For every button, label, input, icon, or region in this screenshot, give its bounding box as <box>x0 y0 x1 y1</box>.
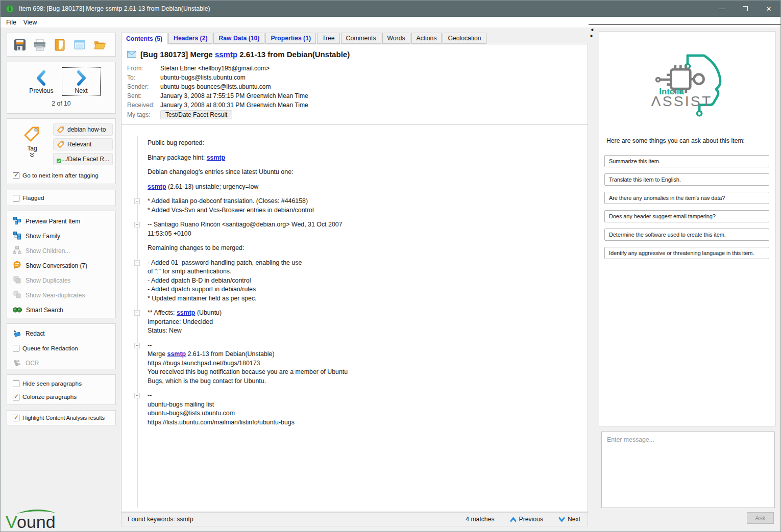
collapse-paragraph-icon[interactable] <box>134 343 140 348</box>
tab-contents-5[interactable]: Contents (5) <box>121 33 167 44</box>
tab-words[interactable]: Words <box>382 33 410 44</box>
titlebar: Item 698: [Bug 180173] Merge ssmtp 2.61-… <box>1 1 780 17</box>
suggestion-button[interactable]: Are there any anomalies in the item's ra… <box>604 192 769 204</box>
tab-actions[interactable]: Actions <box>411 33 442 44</box>
maximize-button[interactable] <box>734 1 757 17</box>
suggestion-button[interactable]: Translate this item to English. <box>604 173 769 186</box>
tab-properties-1[interactable]: Properties (1) <box>265 33 316 44</box>
message-input[interactable] <box>601 432 775 508</box>
suggestion-button[interactable]: Identify any aggressive or threatening l… <box>604 247 769 259</box>
expand-right-icon[interactable]: ► <box>590 33 594 38</box>
window-button[interactable] <box>72 38 87 52</box>
body-text-segment: * Added Vcs-Svn and Vcs-Broswer entries … <box>148 207 314 214</box>
subject-link[interactable]: ssmtp <box>215 50 237 59</box>
checkbox <box>13 381 19 387</box>
suggestion-button[interactable]: Determine the software used to create th… <box>604 229 769 241</box>
close-icon: ✕ <box>766 6 772 12</box>
go-to-next-after-tagging-checkbox[interactable]: Go to next item after tagging <box>13 172 99 179</box>
flagged-checkbox[interactable]: Flagged <box>13 194 44 201</box>
tab-geolocation[interactable]: Geolocation <box>443 33 486 44</box>
redact-label: Redact <box>26 330 45 337</box>
paragraph-line: * Added Italian po-debconf translation. … <box>148 197 577 206</box>
preview-parent-item-button[interactable]: Preview Parent Item <box>7 214 115 229</box>
save-button[interactable] <box>13 38 27 52</box>
email-field-row: Sender:ubuntu-bugs-bounces@lists.ubuntu.… <box>127 82 588 91</box>
body-link[interactable]: ssmtp <box>148 183 166 190</box>
body-link[interactable]: ssmtp <box>177 309 196 316</box>
body-text-segment: Status: New <box>148 327 182 334</box>
minimize-icon <box>719 9 725 9</box>
intella-assist-logo: Intella ΛSSIST <box>629 46 746 122</box>
show-conversation-7-button[interactable]: Show Conversation (7) <box>7 258 115 273</box>
field-label: Received: <box>127 102 160 109</box>
ask-button[interactable]: Ask <box>747 512 774 524</box>
close-button[interactable]: ✕ <box>757 1 780 17</box>
tag-chip-label: .../Date Facet R... <box>61 156 109 163</box>
tag-button[interactable]: Tag <box>15 124 49 158</box>
suggestion-button[interactable]: Summarize this item. <box>604 155 769 167</box>
colorize-paragraphs-checkbox[interactable]: Colorize paragraphs <box>7 390 115 403</box>
assist-suggestions: Summarize this item.Translate this item … <box>604 155 769 265</box>
previous-match-button[interactable]: Previous <box>510 516 543 523</box>
body-text-segment: * Updated maintainer field as per spec. <box>148 295 257 302</box>
redact-button[interactable]: Redact <box>7 326 115 341</box>
collapse-paragraph-icon[interactable] <box>134 310 140 316</box>
tag-panel: Tag debian how-toRelevant.../Date Facet … <box>7 118 116 184</box>
export-document-button[interactable] <box>53 38 67 52</box>
tab-comments[interactable]: Comments <box>341 33 381 44</box>
tag-chip-label: Relevant <box>67 141 91 148</box>
collapse-paragraph-icon[interactable] <box>134 222 140 227</box>
field-value: January 3, 2008 at 8:00:31 PM Greenwich … <box>160 102 308 109</box>
show-family-button[interactable]: Show Family <box>7 229 115 243</box>
smart-search-button[interactable]: Smart Search <box>7 302 115 317</box>
open-folder-button[interactable] <box>92 38 107 52</box>
collapse-paragraph-icon[interactable] <box>134 260 140 266</box>
menu-file[interactable]: File <box>3 18 20 27</box>
body-text-segment: -- <box>148 342 152 349</box>
body-link[interactable]: ssmtp <box>207 154 226 161</box>
body-text-segment: Importance: Undecided <box>148 318 213 325</box>
chevron-up-icon <box>510 516 517 523</box>
collapse-paragraph-icon[interactable] <box>134 198 140 204</box>
body-text-segment: Debian changelog's entries since latest … <box>148 168 293 175</box>
item-actions-panel: Preview Parent ItemShow FamilyShow Child… <box>7 211 116 318</box>
collapse-paragraph-icon[interactable] <box>134 393 140 398</box>
maximize-icon <box>743 6 748 11</box>
ocr-label: OCR <box>26 360 39 367</box>
previous-item-button[interactable]: Previous <box>22 68 60 95</box>
next-item-button[interactable]: Next <box>62 68 100 95</box>
my-tags-label: My tags: <box>127 111 160 118</box>
next-match-button[interactable]: Next <box>558 516 580 523</box>
tab-headers-2[interactable]: Headers (2) <box>168 33 212 44</box>
tag-chip-button[interactable]: debian how-to <box>53 123 113 136</box>
children-icon <box>13 246 21 256</box>
body-text-segment: ** Affects: <box>148 309 177 316</box>
suggestion-button[interactable]: Does any header suggest email tampering? <box>604 210 769 222</box>
paragraph-line: Merge ssmtp 2.61-13 from Debian(Unstable… <box>148 350 577 359</box>
panel-divider <box>589 24 781 25</box>
body-text-segment: 2.61-13 from Debian(Unstable) <box>186 350 275 358</box>
paragraph-line: - Added dpatch support in debian/rules <box>148 285 577 294</box>
collapse-left-icon[interactable]: ◄ <box>590 27 594 32</box>
email-header-fields: From:Stefan Ebner <hellboy195@gmail.com>… <box>127 64 588 110</box>
tag-chip-button[interactable]: .../Date Facet R... <box>53 153 113 165</box>
window-title: Item 698: [Bug 180173] Merge ssmtp 2.61-… <box>19 5 210 12</box>
paragraph-line: Debian changelog's entries since latest … <box>148 168 577 177</box>
hide-seen-paragraphs-checkbox[interactable]: Hide seen paragraphs <box>7 377 115 390</box>
tag-chip-button[interactable]: Relevant <box>53 138 113 150</box>
highlight-content-analysis-checkbox[interactable]: Highlight Content Analysis results <box>13 415 105 421</box>
menu-view[interactable]: View <box>20 18 40 27</box>
panel-splitter[interactable]: ◄ ► <box>590 27 594 38</box>
print-button[interactable] <box>33 38 47 52</box>
queue-for-redaction-checkbox[interactable]: Queue for Redaction <box>7 341 115 356</box>
tab-tree[interactable]: Tree <box>317 33 340 44</box>
body-link[interactable]: ssmtp <box>167 350 186 358</box>
paragraph-line: You received this bug notification becau… <box>148 368 577 377</box>
field-label: Sender: <box>127 83 160 90</box>
assist-intro: Here are some things you can ask about t… <box>606 137 745 144</box>
my-tag-chip[interactable]: Test/Date Facet Result <box>160 110 232 119</box>
email-paragraph: ** Affects: ssmtp (Ubuntu)Importance: Un… <box>148 309 577 336</box>
tab-raw-data-10[interactable]: Raw Data (10) <box>213 33 264 44</box>
minimize-button[interactable] <box>710 1 734 17</box>
body-text-segment: You received this bug notification becau… <box>148 368 348 375</box>
